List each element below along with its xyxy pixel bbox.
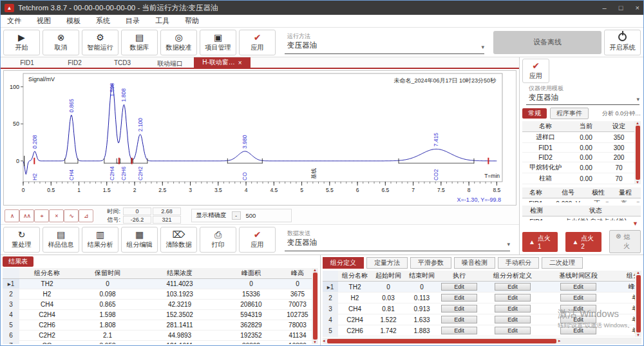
row-number[interactable]: 4 <box>3 310 19 320</box>
cell[interactable]: C2H6 <box>19 320 75 331</box>
edit-cell[interactable]: Edit <box>545 293 611 303</box>
edit-button[interactable]: Edit <box>495 327 531 334</box>
cell[interactable]: 0 <box>75 279 140 289</box>
cell[interactable]: 1.742 <box>372 325 405 336</box>
cell[interactable]: 208610 <box>219 300 283 310</box>
tab-2[interactable]: 平滑参数 <box>410 257 451 269</box>
minimize-button[interactable]: – <box>602 4 606 12</box>
sample-info-button[interactable]: ▤样品信息 <box>43 227 79 253</box>
scale-value[interactable]: 500 <box>246 212 287 219</box>
cell[interactable]: 3.958 <box>75 341 140 345</box>
table-row[interactable]: 2H20.098103.1923153363675 <box>3 289 312 300</box>
close-icon[interactable]: × <box>238 59 242 66</box>
tab-1[interactable]: 定量方法 <box>366 257 408 269</box>
table-row[interactable]: 7CO3.958121.16118986210880 <box>3 341 312 345</box>
chromatogram-chart[interactable]: 05010000.511.522.533.544.555.566.577.588… <box>4 71 506 204</box>
table-row[interactable]: 2H20.030.113EditEditEdit单峰▾▾ <box>323 293 635 303</box>
tab-general[interactable]: 常规 <box>522 108 547 119</box>
scroll-up-icon[interactable]: ▲ <box>636 121 639 125</box>
cell[interactable]: 44.9893 <box>140 331 219 341</box>
device-offline-button[interactable]: 设备离线 <box>493 31 601 54</box>
mid-apply-button[interactable]: ✔ 应用 <box>239 227 276 253</box>
cell[interactable]: H2 <box>338 293 372 303</box>
cell[interactable]: 300 <box>603 143 634 153</box>
cell[interactable]: 1.598 <box>75 310 140 320</box>
row-number[interactable]: 6 <box>323 336 338 338</box>
start-button[interactable]: ▶开始 <box>3 30 40 55</box>
row-number[interactable]: 5 <box>323 325 338 336</box>
cell[interactable]: 单峰▾ <box>611 303 635 314</box>
component-hscrollbar[interactable]: ◂▸ <box>323 338 641 344</box>
dropdown-caret-icon[interactable]: ▾ <box>605 200 609 202</box>
cell[interactable]: 594319 <box>219 310 283 320</box>
cell[interactable]: 0.03 <box>372 293 405 303</box>
edit-cell[interactable]: Edit <box>545 336 611 338</box>
row-number[interactable]: 3 <box>323 303 338 314</box>
row-number[interactable]: 4 <box>323 314 338 325</box>
row-number[interactable]: 2 <box>3 289 19 300</box>
dropdown-caret-icon[interactable]: ▾ <box>636 200 639 202</box>
cell[interactable]: 3675 <box>283 289 312 300</box>
tab-0[interactable]: 组分定义 <box>323 257 364 269</box>
edit-button[interactable]: Edit <box>560 294 596 302</box>
row-number[interactable]: 6 <box>3 331 19 341</box>
scale-decrease-button[interactable]: - <box>232 211 241 220</box>
cell[interactable]: C2H4 <box>19 310 75 320</box>
cell[interactable]: 0 <box>405 282 439 293</box>
extinguish-button[interactable]: ⊗熄火 <box>609 230 641 253</box>
edit-button[interactable]: Edit <box>560 305 596 312</box>
smart-run-button[interactable]: ⚙智能运行 <box>82 30 118 55</box>
cell[interactable]: 0.00 <box>569 162 603 173</box>
edit-cell[interactable]: Edit <box>545 303 611 314</box>
cell[interactable]: FID1 <box>522 198 549 203</box>
cell[interactable]: 0.00 <box>569 132 603 143</box>
cell[interactable]: 峰识别▾ <box>611 282 635 293</box>
row-number[interactable]: ▸1 <box>323 282 338 293</box>
menu-item-0[interactable]: 文件 <box>7 16 21 26</box>
cell[interactable]: 10880 <box>283 341 312 345</box>
cell[interactable]: 0.113 <box>405 293 439 303</box>
component-edit-button[interactable]: ▦组分编辑 <box>121 227 158 253</box>
scroll-down-icon[interactable]: ▼ <box>632 220 638 227</box>
edit-button[interactable]: Edit <box>560 327 596 334</box>
cell[interactable]: FID1 <box>522 143 569 153</box>
table-row[interactable]: FID10.000uV正▾高▾ <box>522 198 641 203</box>
cell[interactable]: 1.633 <box>405 314 439 325</box>
cell[interactable]: 89862 <box>219 341 283 345</box>
table-row[interactable]: 进样口0.00350 <box>522 132 634 143</box>
edit-cell[interactable]: Edit <box>480 293 545 303</box>
scrollbar-thumb[interactable] <box>313 273 317 340</box>
tab-program-events[interactable]: 程序事件 <box>550 108 589 119</box>
cell[interactable]: 2.1 <box>75 331 140 341</box>
data-calibration-button[interactable]: ◎数据校准 <box>160 30 197 55</box>
cell[interactable]: 41134 <box>283 331 312 341</box>
cell[interactable]: FID2 <box>522 153 569 162</box>
cell[interactable]: 0.865 <box>75 300 140 310</box>
edit-cell[interactable]: Edit <box>545 282 611 293</box>
edit-button[interactable]: Edit <box>495 283 531 291</box>
scroll-down-icon[interactable]: ▼ <box>313 340 317 344</box>
results-tab[interactable]: 结果表 <box>3 256 33 267</box>
clear-data-button[interactable]: ⌦清除数据 <box>160 227 197 253</box>
row-number[interactable]: 7 <box>3 341 19 345</box>
scroll-left-icon[interactable]: ◂ <box>323 338 325 343</box>
scroll-right-icon[interactable]: ▸ <box>558 338 561 343</box>
scrollbar-thumb[interactable] <box>327 339 556 343</box>
table-row[interactable]: 5C2H61.7421.883EditEditEdit单峰▾▾ <box>323 325 635 336</box>
chevron-down-icon[interactable]: ▾ <box>636 96 639 102</box>
cell[interactable]: CH4 <box>338 303 372 314</box>
edit-button[interactable]: Edit <box>495 294 531 302</box>
row-number[interactable]: 5 <box>3 320 19 331</box>
cell[interactable]: 0.913 <box>405 303 439 314</box>
cell[interactable]: 0 <box>372 282 405 293</box>
edit-cell[interactable]: Edit <box>439 325 480 336</box>
apply-button[interactable]: ✔ 应用 <box>239 30 276 55</box>
cancel-button[interactable]: ⊗取消 <box>43 30 79 55</box>
cell[interactable]: 0 <box>283 279 312 289</box>
cell[interactable]: 单峰▾ <box>611 325 635 336</box>
detector-tab-FID2[interactable]: FID2 <box>51 57 99 68</box>
cell[interactable]: C2H6 <box>338 325 372 336</box>
edit-button[interactable]: Edit <box>441 283 477 291</box>
cell[interactable]: 0.81 <box>372 303 405 314</box>
peak-delete-icon[interactable]: × <box>49 209 64 222</box>
